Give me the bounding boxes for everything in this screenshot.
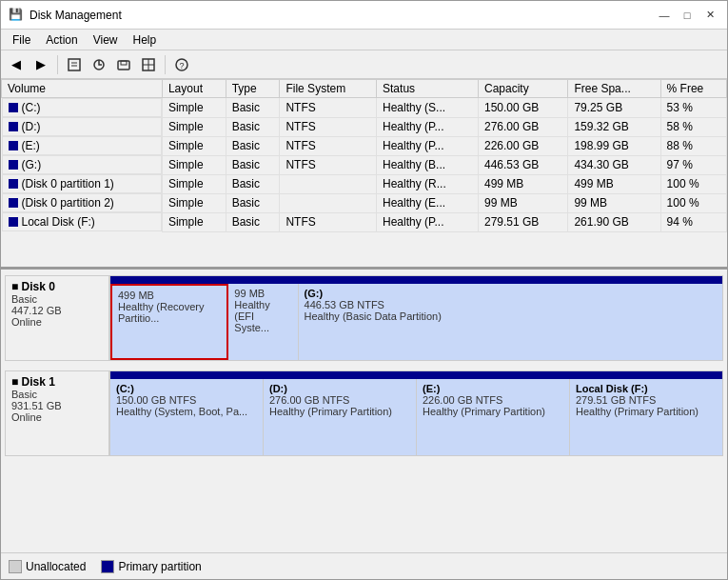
disk1-name: ■ Disk 1 [11, 375, 103, 389]
close-button[interactable]: ✕ [700, 6, 719, 25]
disk1-partition-1[interactable]: (D:) 276.00 GB NTFS Healthy (Primary Par… [264, 379, 417, 455]
table-row[interactable]: (Disk 0 partition 2) Simple Basic Health… [2, 193, 727, 212]
cell-free-1: 159.32 GB [568, 117, 660, 136]
toolbar-btn-4[interactable] [137, 53, 160, 76]
disk1-partition-0[interactable]: (C:) 150.00 GB NTFS Healthy (System, Boo… [110, 379, 264, 455]
cell-type-2: Basic [226, 136, 280, 155]
cell-status-0: Healthy (S... [377, 98, 479, 118]
map-icon [141, 57, 156, 72]
disk1-partition-3[interactable]: Local Disk (F:) 279.51 GB NTFS Healthy (… [570, 379, 722, 455]
toolbar-btn-3[interactable] [112, 53, 135, 76]
cell-pct-2: 88 % [660, 136, 726, 155]
disk1-p3-size: 279.51 GB NTFS [576, 394, 717, 406]
cell-volume-3: (G:) [2, 155, 162, 174]
title-controls: — □ ✕ [655, 6, 719, 25]
disk1-type: Basic [11, 389, 103, 400]
svg-text:?: ? [179, 61, 184, 70]
vol-icon-1 [9, 122, 18, 131]
cell-type-6: Basic [226, 212, 280, 231]
cell-layout-5: Simple [162, 193, 226, 212]
cell-fs-0: NTFS [280, 98, 377, 118]
disk1-p0-size: 150.00 GB NTFS [116, 394, 257, 406]
cell-layout-0: Simple [162, 98, 226, 118]
cell-status-3: Healthy (B... [377, 155, 479, 174]
legend-unallocated: Unallocated [9, 560, 86, 573]
disk1-partition-2[interactable]: (E:) 226.00 GB NTFS Healthy (Primary Par… [417, 379, 570, 455]
maximize-button[interactable]: □ [678, 6, 697, 25]
disk1-p3-label: Local Disk (F:) [576, 383, 717, 394]
vol-icon-5 [9, 198, 18, 208]
back-button[interactable]: ◀ [5, 53, 28, 76]
disk0-partition-2[interactable]: (G:) 446.53 GB NTFS Healthy (Basic Data … [299, 284, 722, 360]
col-capacity: Capacity [478, 80, 567, 98]
help-button[interactable]: ? [170, 53, 193, 76]
disk0-partition-0[interactable]: 499 MB Healthy (Recovery Partitio... [110, 284, 228, 360]
col-volume: Volume [2, 80, 163, 98]
toolbar-btn-2[interactable] [88, 53, 110, 76]
cell-capacity-1: 276.00 GB [478, 117, 567, 136]
cell-volume-1: (D:) [2, 117, 162, 136]
svg-rect-0 [69, 59, 80, 70]
menu-view[interactable]: View [86, 31, 126, 49]
cell-free-3: 434.30 GB [568, 155, 660, 174]
menu-file[interactable]: File [5, 31, 38, 49]
cell-capacity-2: 226.00 GB [478, 136, 567, 155]
table-row[interactable]: (Disk 0 partition 1) Simple Basic Health… [2, 174, 727, 193]
table-row[interactable]: (G:) Simple Basic NTFS Healthy (B... 446… [2, 155, 727, 174]
col-layout: Layout [162, 80, 226, 98]
cell-pct-6: 94 % [660, 212, 726, 231]
disk-table: Volume Layout Type File System Status Ca… [1, 79, 727, 232]
menu-bar: File Action View Help [1, 30, 727, 50]
cell-type-3: Basic [226, 155, 280, 174]
table-row[interactable]: (E:) Simple Basic NTFS Healthy (P... 226… [2, 136, 727, 155]
cell-volume-2: (E:) [2, 136, 162, 155]
disk1-row: ■ Disk 1 Basic 931.51 GB Online (C:) 150… [5, 370, 723, 456]
disk1-p2-status: Healthy (Primary Partition) [423, 406, 563, 417]
cell-volume-4: (Disk 0 partition 1) [2, 174, 162, 193]
forward-button[interactable]: ▶ [30, 53, 52, 76]
col-type: Type [226, 80, 280, 98]
disk0-p0-size: 499 MB [118, 290, 221, 301]
col-fs: File System [280, 80, 377, 98]
cell-pct-4: 100 % [660, 174, 726, 193]
disk-table-area: Volume Layout Type File System Status Ca… [1, 79, 727, 270]
cell-volume-5: (Disk 0 partition 2) [2, 193, 162, 212]
disk0-row: ■ Disk 0 Basic 447.12 GB Online 499 MB H… [5, 275, 723, 361]
disk1-bar [110, 371, 722, 379]
cell-pct-0: 53 % [660, 98, 726, 118]
cell-layout-3: Simple [162, 155, 226, 174]
disk0-p2-status: Healthy (Basic Data Partition) [305, 310, 717, 322]
table-row[interactable]: (C:) Simple Basic NTFS Healthy (S... 150… [2, 98, 727, 118]
help-icon: ? [174, 57, 189, 72]
table-row[interactable]: (D:) Simple Basic NTFS Healthy (P... 276… [2, 117, 727, 136]
refresh-icon [91, 57, 107, 72]
disk0-name: ■ Disk 0 [11, 280, 103, 293]
toolbar-btn-1[interactable] [63, 53, 86, 76]
cell-capacity-6: 279.51 GB [478, 212, 567, 231]
disk0-partitions: 499 MB Healthy (Recovery Partitio... 99 … [109, 275, 723, 361]
cell-free-2: 198.99 GB [568, 136, 660, 155]
scroll-content[interactable]: ■ Disk 0 Basic 447.12 GB Online 499 MB H… [1, 270, 727, 552]
cell-free-4: 499 MB [568, 174, 660, 193]
table-row[interactable]: Local Disk (F:) Simple Basic NTFS Health… [2, 212, 727, 231]
cell-capacity-0: 150.00 GB [478, 98, 567, 118]
cell-fs-6: NTFS [280, 212, 377, 231]
cell-type-4: Basic [226, 174, 280, 193]
title-bar: 💾 Disk Management — □ ✕ [1, 1, 727, 30]
cell-fs-2: NTFS [280, 136, 377, 155]
disk0-p1-status: Healthy (EFI Syste... [234, 299, 291, 333]
minimize-button[interactable]: — [655, 6, 674, 25]
status-bar: Unallocated Primary partition [1, 552, 727, 579]
menu-action[interactable]: Action [38, 31, 85, 49]
table-scroll[interactable]: Volume Layout Type File System Status Ca… [1, 79, 727, 267]
disk0-partition-1[interactable]: 99 MB Healthy (EFI Syste... [228, 284, 298, 360]
cell-type-0: Basic [226, 98, 280, 118]
cell-layout-6: Simple [162, 212, 226, 231]
toolbar: ◀ ▶ ? [1, 50, 727, 79]
disk0-type: Basic [11, 293, 103, 305]
cell-status-2: Healthy (P... [377, 136, 479, 155]
disk0-p1-size: 99 MB [234, 288, 291, 299]
cell-layout-4: Simple [162, 174, 226, 193]
menu-help[interactable]: Help [126, 31, 165, 49]
disk1-p2-size: 226.00 GB NTFS [423, 394, 563, 406]
